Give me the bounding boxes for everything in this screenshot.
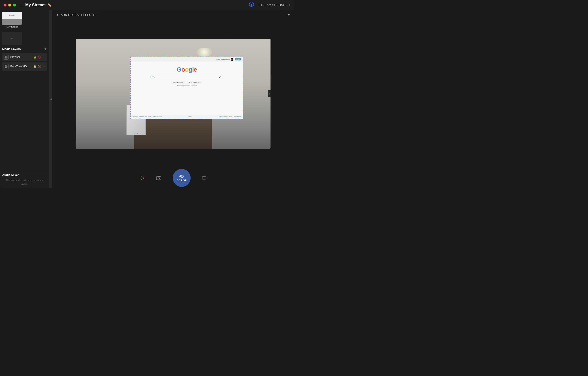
device-dot-red: [135, 133, 135, 134]
stream-title: My Stream: [25, 3, 46, 7]
ceiling-light: [196, 48, 212, 56]
media-layers-title: Media Layers: [2, 47, 21, 51]
title-bar: ☰ My Stream ✏️ STREAM SETTINGS ▾: [0, 0, 294, 10]
close-button[interactable]: [4, 4, 7, 7]
add-layer-button[interactable]: +: [44, 47, 47, 51]
more-icon-2[interactable]: •••: [42, 65, 45, 68]
add-effects-label: ADD GLOBAL EFFECTS: [61, 13, 95, 17]
main-layout: Google New Scene + Media Layers +: [0, 10, 294, 188]
screenshot-button[interactable]: [156, 175, 162, 181]
preview-container: Gmail Зображення ⊞ Увійти Google 🔍: [76, 39, 271, 148]
toolbar-signin[interactable]: Увійти: [235, 58, 242, 60]
microphone-icon[interactable]: [249, 2, 254, 8]
thumb-camera-preview: [2, 19, 22, 25]
svg-rect-13: [158, 176, 159, 177]
more-icon[interactable]: •••: [42, 55, 45, 59]
scene-item[interactable]: Google New Scene: [2, 12, 22, 28]
sidebar: Google New Scene + Media Layers +: [0, 10, 49, 188]
broadcast-icon: [178, 174, 185, 179]
google-e: e: [194, 66, 197, 73]
effects-bar: ✦ ADD GLOBAL EFFECTS ✦: [52, 10, 294, 20]
audio-empty-message: This scene doesn't have any audio layers…: [2, 178, 47, 186]
google-l: l: [192, 66, 194, 73]
svg-point-8: [6, 66, 7, 67]
main-content: ✦ ADD GLOBAL EFFECTS ✦: [52, 10, 294, 188]
footer-settings: Налаштування: [234, 116, 242, 117]
facetime-layer-name: FaceTime HD...: [10, 65, 31, 68]
lock-icon[interactable]: 🔒: [33, 55, 36, 59]
browser-layer-name: Browser: [10, 55, 31, 59]
speaker-icon: [139, 175, 145, 181]
svg-point-0: [249, 2, 254, 7]
traffic-lights: [4, 4, 16, 7]
thumb-browser-preview: Google: [2, 12, 22, 19]
title-bar-right: STREAM SETTINGS ▾: [249, 2, 290, 8]
audio-mute-button[interactable]: [139, 175, 145, 181]
facetime-layer-icon: [4, 64, 9, 69]
scene-thumbnail: Google: [2, 12, 22, 25]
google-g: G: [177, 66, 181, 73]
go-live-button[interactable]: GO LIVE: [173, 169, 191, 187]
brightness-icon[interactable]: ✦: [287, 12, 290, 17]
bottom-toolbar: GO LIVE: [52, 168, 294, 188]
browser-layer-icon: [4, 55, 9, 60]
eye-slash-icon[interactable]: 🚫: [38, 55, 41, 59]
mic-icon-small: 🎤: [219, 76, 221, 78]
camera-toggle-button[interactable]: [202, 175, 208, 181]
svg-point-1: [251, 3, 252, 4]
device-dot-green: [137, 133, 138, 134]
layer-item-facetime[interactable]: FaceTime HD... 🔒 🚫 •••: [2, 62, 47, 71]
google-o1: o: [181, 66, 185, 73]
camera-icon: [156, 175, 162, 181]
app-title: My Stream ✏️: [25, 3, 51, 7]
stream-settings-button[interactable]: STREAM SETTINGS ▾: [258, 3, 290, 7]
browser-content: Google 🔍 🎤 Пошук Google Мені пощастить: [131, 62, 243, 86]
browser-footer: Про Google Реклама Для бізнесу Як працює…: [131, 115, 243, 119]
browser-toolbar: Gmail Зображення ⊞ Увійти: [131, 57, 243, 62]
google-search-button[interactable]: Пошук Google: [171, 81, 185, 84]
footer-country: Україна: [189, 116, 192, 117]
minimize-button[interactable]: [8, 4, 11, 7]
edit-icon[interactable]: ✏️: [47, 3, 51, 7]
device-dot-yellow: [136, 133, 137, 134]
svg-point-14: [181, 176, 182, 177]
footer-left: Про Google Реклама Для бізнесу Як працює…: [132, 116, 162, 117]
preview-area: Gmail Зображення ⊞ Увійти Google 🔍: [52, 20, 294, 168]
stream-settings-label: STREAM SETTINGS: [258, 3, 287, 7]
hamburger-icon[interactable]: ☰: [20, 3, 23, 7]
layer-controls: 🔒 🚫 •••: [33, 55, 45, 59]
browser-overlay[interactable]: Gmail Зображення ⊞ Увійти Google 🔍: [130, 57, 243, 119]
toolbar-apps-icon: ⊞: [231, 58, 234, 61]
add-global-effects-button[interactable]: ✦ ADD GLOBAL EFFECTS: [56, 13, 95, 17]
scene-thumbnail-inner: Google: [2, 12, 22, 25]
google-logo: Google: [177, 66, 197, 73]
toolbar-gmail: Gmail: [216, 59, 220, 60]
footer-right: Конфіденційність Умови Налаштування: [219, 116, 242, 117]
eye-slash-icon-2[interactable]: 🚫: [38, 65, 41, 68]
audio-mixer-section: Audio Mixer This scene doesn't have any …: [0, 171, 49, 188]
svg-point-12: [158, 177, 159, 179]
chevron-down-icon: ▾: [289, 4, 291, 7]
add-scene-button[interactable]: +: [2, 32, 22, 45]
collapse-sidebar-button[interactable]: ◀: [49, 10, 52, 188]
toolbar-images: Зображення: [221, 59, 230, 60]
google-o2: o: [185, 66, 189, 73]
footer-ads: Реклама: [139, 116, 144, 117]
scene-label: New Scene: [6, 25, 18, 28]
layer-item-browser[interactable]: Browser 🔒 🚫 •••: [2, 53, 47, 61]
footer-privacy: Конфіденційність: [219, 116, 228, 117]
lock-icon-2[interactable]: 🔒: [33, 65, 36, 68]
layer-controls-2: 🔒 🚫 •••: [33, 65, 45, 68]
section-header: Media Layers +: [2, 47, 47, 51]
video-camera-icon: [202, 175, 208, 181]
feeling-lucky-button[interactable]: Мені пощастить: [187, 81, 202, 84]
footer-business: Для бізнесу: [145, 116, 151, 117]
svg-point-7: [5, 65, 7, 68]
scenes-panel: Google New Scene: [0, 10, 49, 30]
search-bar[interactable]: 🔍 🎤: [150, 75, 223, 79]
footer-about: Про Google: [132, 116, 138, 117]
maximize-button[interactable]: [13, 4, 16, 7]
browser-language: Мова Google: українська English: [177, 85, 197, 86]
footer-how-search: Як працює Пошук: [153, 116, 162, 117]
preview-collapse-handle[interactable]: ◀: [268, 90, 271, 97]
